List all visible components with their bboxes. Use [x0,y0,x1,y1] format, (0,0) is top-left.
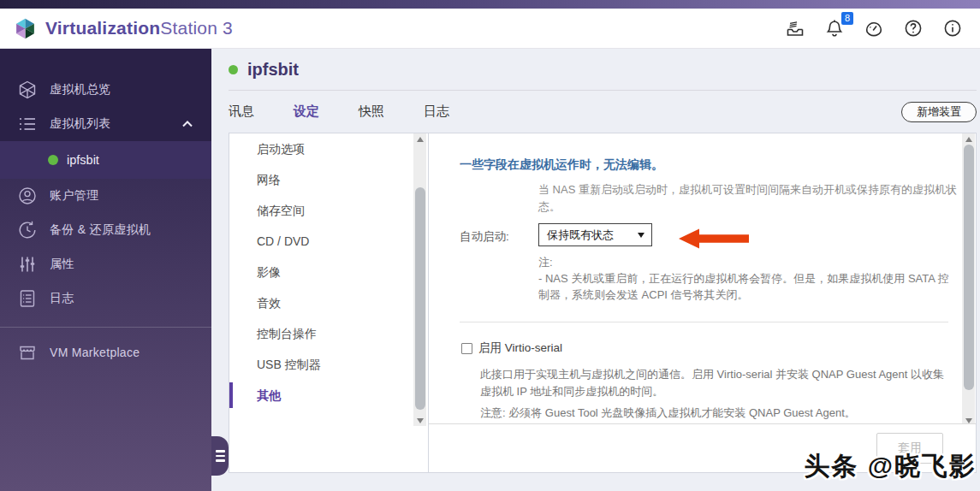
add-device-button[interactable]: 新增装置 [901,102,977,122]
sidebar-nav: 虚拟机总览 虚拟机列表 [0,49,211,370]
sidebar-item-label: 账户管理 [50,188,98,204]
tab-messages[interactable]: 讯息 [229,104,254,120]
note-heading: 注: [538,254,958,270]
annotation-red-arrow-icon [679,228,749,253]
vm-page-title: ipfsbit [247,60,299,80]
autostart-description: 当 NAS 重新启动或启动时，虚拟机可设置时间间隔来自动开机或保持原有的虚拟机状… [538,181,958,216]
settings-content-panel: 一些字段在虚拟机运作时，无法编辑。 当 NAS 重新启动或启动时，虚拟机可设置时… [428,133,977,473]
sidebar-item-logs[interactable]: 日志 [0,281,211,316]
background-tasks-icon[interactable] [785,18,805,38]
sidebar: 虚拟机总览 虚拟机列表 [0,49,211,491]
scroll-up-arrow-icon[interactable] [413,133,426,145]
autostart-label: 自动启动: [460,229,509,245]
watermark-text: 头条 @晓飞影 [804,449,977,484]
app-title-bold: Virtualization [45,18,160,38]
sidebar-item-vm-list[interactable]: 虚拟机列表 [0,107,211,141]
resource-monitor-gauge-icon[interactable] [864,18,884,38]
autostart-note: 注: - NAS 关机或重启前，正在运行的虚拟机将会暂停。但是，如果虚拟机使用 … [538,254,958,303]
vm-title-row: ipfsbit [229,49,977,90]
scroll-down-arrow-icon[interactable] [413,415,426,426]
notification-count-badge: 8 [841,12,853,25]
vm-running-status-dot [48,155,58,165]
note-body: - NAS 关机或重启前，正在运行的虚拟机将会暂停。但是，如果虚拟机使用 SAT… [538,270,958,303]
sidebar-item-label: VM Marketplace [50,346,140,359]
content-scrollbar[interactable] [962,133,975,426]
notifications-bell-icon[interactable]: 8 [824,18,845,38]
settings-nav-scrollbar[interactable] [413,133,426,426]
sidebar-item-vm-marketplace[interactable]: VM Marketplace [0,335,211,370]
virtio-serial-row: 启用 Virtio-serial [461,340,562,356]
top-gradient-bar [0,0,980,9]
sidebar-item-vm-ipfsbit[interactable]: ipfsbit [0,141,211,179]
sidebar-item-vm-overview[interactable]: 虚拟机总览 [0,73,211,107]
sidebar-item-label: 虚拟机总览 [50,82,111,98]
settings-nav-boot-options[interactable]: 启动选项 [229,133,428,164]
scrollbar-thumb[interactable] [964,145,974,390]
backup-restore-clock-icon [17,220,38,240]
sidebar-item-properties[interactable]: 属性 [0,247,211,281]
virtualization-station-window: VirtualizationStation 3 8 [0,0,980,491]
locked-fields-notice: 一些字段在虚拟机运作时，无法编辑。 [460,157,663,173]
vm-status-green-dot [229,65,238,74]
tab-snapshots[interactable]: 快照 [359,104,384,120]
scroll-up-arrow-icon[interactable] [962,133,975,145]
virtio-serial-label: 启用 Virtio-serial [478,340,562,356]
sidebar-item-backup-restore[interactable]: 备份 & 还原虚拟机 [0,213,211,247]
settings-nav-audio[interactable]: 音效 [229,287,428,318]
dropdown-caret-icon [638,233,644,238]
app-header: VirtualizationStation 3 8 [0,9,980,49]
account-user-icon [17,186,38,206]
tab-logs[interactable]: 日志 [424,104,449,120]
vm-name-label: ipfsbit [67,153,99,167]
sidebar-divider [0,327,211,328]
autostart-dropdown[interactable]: 保持既有状态 [538,223,652,246]
settings-nav-cd-dvd[interactable]: CD / DVD [229,226,428,257]
settings-nav-other[interactable]: 其他 [229,380,428,411]
app-title: VirtualizationStation 3 [45,18,233,38]
settings-nav-video[interactable]: 影像 [229,257,428,287]
settings-nav-panel: 启动选项 网络 储存空间 CD / DVD 影像 音效 控制台操作 USB 控制… [229,133,428,473]
sidebar-item-label: 备份 & 还原虚拟机 [50,222,151,238]
sidebar-item-account-management[interactable]: 账户管理 [0,179,211,213]
virtio-serial-note: 注意: 必须将 Guest Tool 光盘映像插入虚拟机才能安装 QNAP Gu… [480,405,959,421]
settings-nav-console[interactable]: 控制台操作 [229,318,428,349]
qnap-cube-logo-icon [14,17,37,40]
tab-bar: 讯息 设定 快照 日志 新增装置 [229,91,977,133]
vm-list-icon [17,114,38,134]
properties-sliders-icon [17,254,38,275]
chevron-up-icon[interactable] [181,117,194,131]
help-icon[interactable] [903,18,924,38]
vm-overview-cube-icon [17,80,38,100]
header-icon-group: 8 [785,18,963,38]
app-title-regular: Station 3 [160,18,233,38]
settings-panels: 启动选项 网络 储存空间 CD / DVD 影像 音效 控制台操作 USB 控制… [229,133,977,473]
section-divider [460,322,948,322]
virtio-serial-checkbox[interactable] [461,343,472,354]
marketplace-store-icon [17,342,38,363]
settings-nav-network[interactable]: 网络 [229,164,428,195]
settings-nav-usb-controller[interactable]: USB 控制器 [229,349,428,380]
about-info-icon[interactable] [942,18,963,38]
autostart-dropdown-value: 保持既有状态 [547,228,614,243]
sidebar-item-label: 虚拟机列表 [50,116,111,132]
virtio-serial-description: 此接口用于实现主机与虚拟机之间的通信。启用 Virtio-serial 并安装 … [480,366,947,400]
main-area: ipfsbit 讯息 设定 快照 日志 新增装置 启动选项 网络 储存空间 CD… [211,49,980,491]
logs-document-icon [17,288,38,309]
settings-nav-storage[interactable]: 储存空间 [229,195,428,226]
sidebar-item-label: 属性 [50,257,74,272]
tab-settings[interactable]: 设定 [294,104,319,120]
scrollbar-thumb[interactable] [415,187,425,410]
sidebar-item-label: 日志 [50,291,74,306]
